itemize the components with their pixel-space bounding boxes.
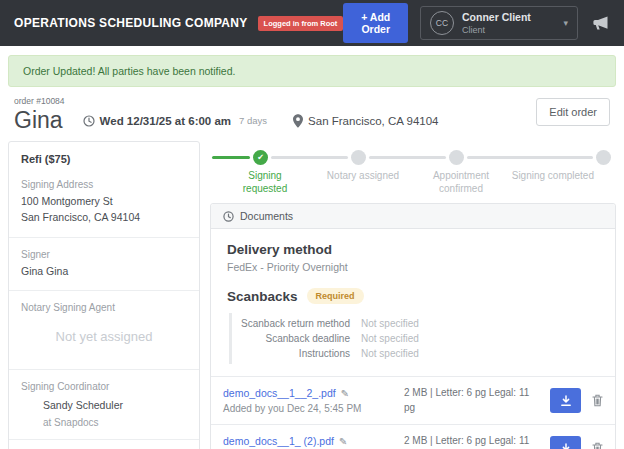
sidebar-section-notary: Notary Signing Agent Not yet assigned <box>9 291 199 370</box>
scanback-detail-label: Instructions <box>232 348 350 359</box>
step-appointment-confirmed: Appointment confirmed <box>369 150 467 165</box>
download-document-button[interactable] <box>550 388 581 413</box>
step-label: Notary assigned <box>324 169 402 182</box>
documents-panel-title: Documents <box>240 210 293 222</box>
delete-document-button[interactable] <box>592 442 603 449</box>
edit-filename-pencil-icon[interactable]: ✎ <box>341 388 349 399</box>
appointment-location: San Francisco, CA 94104 <box>293 114 438 128</box>
product-type: Refi ($75) <box>21 153 187 165</box>
document-row: demo_docs__1__2_.pdf ✎ Added by you Dec … <box>211 376 615 424</box>
trash-icon <box>592 394 603 407</box>
location-pin-icon <box>293 114 303 128</box>
main-column: ✔ Signing requested Notary assigned Appo… <box>210 141 616 449</box>
coordinator-name: Sandy Scheduler <box>43 398 187 414</box>
download-icon <box>560 395 572 407</box>
step-label: Signing requested <box>226 169 304 195</box>
stepper-bar <box>467 156 593 159</box>
documents-status-clock-icon <box>223 211 234 222</box>
scanback-detail-label: Scanback deadline <box>232 333 350 344</box>
signing-address-label: Signing Address <box>21 179 187 190</box>
document-link[interactable]: demo_docs__1__2_.pdf <box>223 387 336 399</box>
announcements-megaphone-icon[interactable] <box>592 16 610 31</box>
document-added-by: Added by you Dec 24, 5:45 PM <box>223 403 404 414</box>
user-text: Conner Client Client <box>462 11 531 35</box>
scanbacks-details: Scanback return method Not specified Sca… <box>229 313 599 364</box>
clock-icon <box>83 115 95 127</box>
scanback-detail-label: Scanback return method <box>232 318 350 329</box>
delivery-method-value: FedEx - Priority Overnight <box>227 261 599 273</box>
documents-panel-body: Delivery method FedEx - Priority Overnig… <box>211 229 615 376</box>
document-link[interactable]: demo_docs__1_ (2).pdf <box>223 435 334 447</box>
company-name: OPERATIONS SCHEDULING COMPANY <box>14 16 248 30</box>
scanback-detail-row: Scanback deadline Not specified <box>232 333 599 344</box>
scanbacks-heading: Scanbacks <box>227 289 298 304</box>
notary-label: Notary Signing Agent <box>21 302 187 313</box>
content: Refi ($75) Signing Address 100 Montgomer… <box>0 141 624 449</box>
edit-order-button[interactable]: Edit order <box>536 98 610 126</box>
sidebar-section-signer: Signer Gina Gina <box>9 238 199 292</box>
document-meta: 2 MB | Letter: 6 pg Legal: 11 pg <box>404 386 538 415</box>
trash-icon <box>592 442 603 449</box>
user-role: Client <box>462 25 531 35</box>
stepper-bar <box>369 156 446 159</box>
step-pending-circle <box>596 150 611 165</box>
step-signing-completed: Signing completed <box>467 150 614 165</box>
document-row: demo_docs__1_ (2).pdf ✎ Added by you Jan… <box>211 424 615 449</box>
delivery-method-heading: Delivery method <box>227 242 599 257</box>
coordinator-company: at Snapdocs <box>43 417 187 428</box>
avatar: CC <box>430 11 454 35</box>
appointment-datetime-text: Wed 12/31/25 at 6:00 am <box>100 115 231 127</box>
appointment-datetime: Wed 12/31/25 at 6:00 am 7 days <box>83 115 267 127</box>
signer-label: Signer <box>21 249 187 260</box>
documents-panel-header[interactable]: Documents <box>211 204 615 229</box>
user-name: Conner Client <box>462 11 531 23</box>
step-signing-requested: ✔ Signing requested <box>212 150 271 165</box>
signer-name: Gina Gina <box>21 264 187 280</box>
stepper-bar <box>212 156 250 159</box>
step-complete-check-icon: ✔ <box>253 150 268 165</box>
document-meta: 2 MB | Letter: 6 pg Legal: 11 pg <box>404 434 538 449</box>
documents-panel: Documents Delivery method FedEx - Priori… <box>210 203 616 449</box>
notary-not-assigned: Not yet assigned <box>21 317 187 358</box>
sidebar-section-product-address: Refi ($75) Signing Address 100 Montgomer… <box>9 142 199 238</box>
appointment-location-text: San Francisco, CA 94104 <box>308 115 438 127</box>
signing-address-line1: 100 Montgomery St <box>21 194 187 210</box>
order-details-sidebar: Refi ($75) Signing Address 100 Montgomer… <box>8 141 200 449</box>
sidebar-section-requester: Requester add photo Conner Client <box>9 440 199 449</box>
user-account-dropdown[interactable]: CC Conner Client Client ▾ <box>420 6 578 40</box>
download-icon <box>560 443 572 449</box>
app-header: OPERATIONS SCHEDULING COMPANY Logged in … <box>0 0 624 46</box>
order-header: order #10084 Gina Wed 12/31/25 at 6:00 a… <box>0 93 624 141</box>
order-number: order #10084 <box>14 96 610 106</box>
appointment-countdown: 7 days <box>239 115 267 126</box>
scanback-detail-row: Scanback return method Not specified <box>232 318 599 329</box>
download-document-button[interactable] <box>550 436 581 449</box>
stepper-bar <box>271 156 348 159</box>
delete-document-button[interactable] <box>592 394 603 407</box>
coordinator-label: Signing Coordinator <box>21 381 187 392</box>
signer-page-title: Gina <box>14 107 63 134</box>
add-order-button[interactable]: + Add Order <box>343 3 408 43</box>
logged-in-root-badge: Logged in from Root <box>258 16 344 31</box>
scanback-detail-row: Instructions Not specified <box>232 348 599 359</box>
step-pending-circle <box>351 150 366 165</box>
order-progress-stepper: ✔ Signing requested Notary assigned Appo… <box>210 149 616 203</box>
edit-filename-pencil-icon[interactable]: ✎ <box>339 436 347 447</box>
scanback-detail-value: Not specified <box>361 318 419 329</box>
chevron-down-icon: ▾ <box>551 18 568 28</box>
step-pending-circle <box>449 150 464 165</box>
signing-address-line2: San Francisco, CA 94104 <box>21 210 187 226</box>
scanbacks-required-badge: Required <box>307 288 364 304</box>
step-label: Signing completed <box>474 169 594 182</box>
order-updated-notification: Order Updated! All parties have been not… <box>8 55 616 87</box>
scanback-detail-value: Not specified <box>361 348 419 359</box>
scanback-detail-value: Not specified <box>361 333 419 344</box>
sidebar-section-coordinator: Signing Coordinator Sandy Scheduler at S… <box>9 370 199 440</box>
step-notary-assigned: Notary assigned <box>271 150 369 165</box>
